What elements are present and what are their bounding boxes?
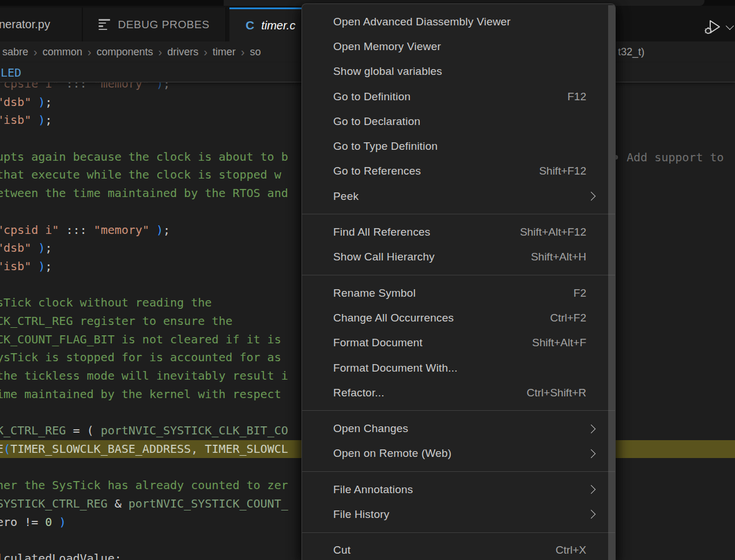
breadcrumb-symbol-fragment: t32_t): [618, 41, 644, 63]
breadcrumb-item[interactable]: components: [96, 46, 153, 58]
menu-item-format-document[interactable]: Format DocumentShift+Alt+F: [302, 331, 615, 355]
menu-item-shortcut: Ctrl+F2: [550, 312, 586, 324]
menu-separator: [302, 275, 615, 275]
tab-label: timer.c: [261, 19, 295, 32]
menu-item-show-global-variables[interactable]: Show global variables: [302, 59, 615, 84]
menu-item-shortcut: F2: [574, 287, 586, 300]
menu-item-label: Open Changes: [333, 422, 588, 435]
menu-item-label: Cut: [333, 544, 556, 557]
menu-item-label: Rename Symbol: [333, 287, 574, 300]
menu-item-show-call-hierarchy[interactable]: Show Call HierarchyShift+Alt+H: [302, 245, 615, 270]
menu-item-label: Find All References: [333, 226, 520, 239]
submenu-chevron-icon: [587, 485, 596, 494]
menu-item-change-all-occurrences[interactable]: Change All OccurrencesCtrl+F2: [302, 305, 615, 330]
menu-item-label: Show global variables: [333, 65, 599, 78]
menu-item-format-document-with[interactable]: Format Document With...: [302, 355, 615, 380]
menu-item-open-changes[interactable]: Open Changes: [302, 416, 615, 441]
menu-item-label: Show Call Hierarchy: [333, 251, 531, 263]
menu-item-shortcut: Shift+Alt+F: [532, 336, 586, 349]
context-menu-items: Open Advanced Diassembly ViewerOpen Memo…: [302, 9, 615, 560]
c-language-icon: C: [246, 18, 254, 32]
menu-item-label: Go to Definition: [333, 90, 567, 103]
menu-separator: [302, 471, 615, 472]
breadcrumb-item[interactable]: so: [250, 46, 261, 58]
menu-item-refactor[interactable]: Refactor...Ctrl+Shift+R: [302, 380, 615, 405]
menu-item-find-all-references[interactable]: Find All ReferencesShift+Alt+F12: [302, 220, 615, 244]
breadcrumb-item[interactable]: common: [43, 46, 82, 58]
sticky-scroll-text: LED: [1, 66, 21, 80]
menu-separator: [302, 214, 615, 214]
breadcrumb-item[interactable]: drivers: [167, 46, 198, 58]
menu-item-label: Open Memory Viewer: [333, 40, 599, 53]
menu-item-shortcut: Shift+Alt+H: [531, 251, 586, 263]
menu-item-label: Open on Remote (Web): [333, 447, 588, 460]
menu-item-label: Refactor...: [333, 387, 527, 399]
tab-label: DEBUG PROBES: [118, 18, 209, 31]
menu-item-shortcut: F12: [567, 90, 586, 103]
ghost-text: Add support to: [613, 148, 724, 167]
menu-item-label: Peek: [333, 190, 588, 203]
menu-item-file-history[interactable]: File History: [302, 502, 615, 527]
breadcrumb-separator-icon: ›: [33, 46, 37, 58]
menu-item-label: Format Document: [333, 336, 532, 349]
submenu-chevron-icon: [587, 510, 596, 519]
menu-item-rename-symbol[interactable]: Rename SymbolF2: [302, 281, 615, 305]
run-or-debug-icon[interactable]: [703, 18, 723, 36]
menu-item-peek[interactable]: Peek: [302, 184, 615, 209]
menu-item-label: Go to References: [333, 165, 539, 177]
menu-separator: [302, 532, 615, 533]
menu-item-open-advanced-diassembly-viewer[interactable]: Open Advanced Diassembly Viewer: [302, 9, 615, 34]
menu-item-go-to-definition[interactable]: Go to DefinitionF12: [302, 84, 615, 109]
menu-item-shortcut: Ctrl+X: [556, 544, 586, 557]
tab-generator-py[interactable]: nerator.py: [0, 7, 82, 41]
run-dropdown-chevron-icon[interactable]: [726, 22, 734, 30]
submenu-chevron-icon: [587, 424, 596, 433]
breadcrumb-item[interactable]: sabre: [2, 46, 28, 58]
editor-actions: [703, 18, 733, 36]
menu-item-file-annotations[interactable]: File Annotations: [302, 477, 615, 502]
breadcrumb-separator-icon: ›: [158, 46, 162, 58]
breadcrumb-items: sabre›common›components›drivers›timer›so: [2, 46, 261, 58]
menu-item-cut[interactable]: CutCtrl+X: [302, 538, 615, 560]
menu-item-open-memory-viewer[interactable]: Open Memory Viewer: [302, 34, 615, 59]
menu-scrollbar[interactable]: [608, 5, 615, 560]
menu-item-label: Go to Type Definition: [333, 140, 599, 153]
menu-item-go-to-type-definition[interactable]: Go to Type Definition: [302, 134, 615, 158]
menu-separator: [302, 410, 615, 411]
menu-item-shortcut: Shift+Alt+F12: [520, 226, 586, 239]
tab-debug-probes[interactable]: DEBUG PROBES: [83, 7, 226, 41]
menu-item-label: Change All Occurrences: [333, 312, 550, 324]
menu-item-shortcut: Ctrl+Shift+R: [527, 387, 586, 399]
submenu-chevron-icon: [587, 449, 596, 459]
menu-item-open-on-remote-web[interactable]: Open on Remote (Web): [302, 441, 615, 466]
tab-label: nerator.py: [0, 18, 50, 31]
context-menu: Open Advanced Diassembly ViewerOpen Memo…: [301, 3, 616, 560]
breadcrumb-separator-icon: ›: [88, 46, 92, 58]
menu-item-shortcut: Shift+F12: [539, 165, 586, 177]
menu-item-label: Open Advanced Diassembly Viewer: [333, 16, 599, 28]
breadcrumb-item[interactable]: timer: [213, 46, 236, 58]
menu-item-label: Go to Declaration: [333, 115, 599, 128]
debug-probes-list-icon: [99, 19, 110, 30]
menu-item-label: File History: [333, 508, 588, 521]
menu-item-label: File Annotations: [333, 483, 588, 496]
menu-item-go-to-declaration[interactable]: Go to Declaration: [302, 109, 615, 134]
menu-item-go-to-references[interactable]: Go to ReferencesShift+F12: [302, 159, 615, 184]
breadcrumb-separator-icon: ›: [203, 46, 208, 58]
breadcrumb-separator-icon: ›: [241, 46, 245, 58]
ghost-text-label: Add support to: [627, 150, 724, 164]
submenu-chevron-icon: [587, 192, 596, 201]
menu-item-label: Format Document With...: [333, 362, 599, 374]
